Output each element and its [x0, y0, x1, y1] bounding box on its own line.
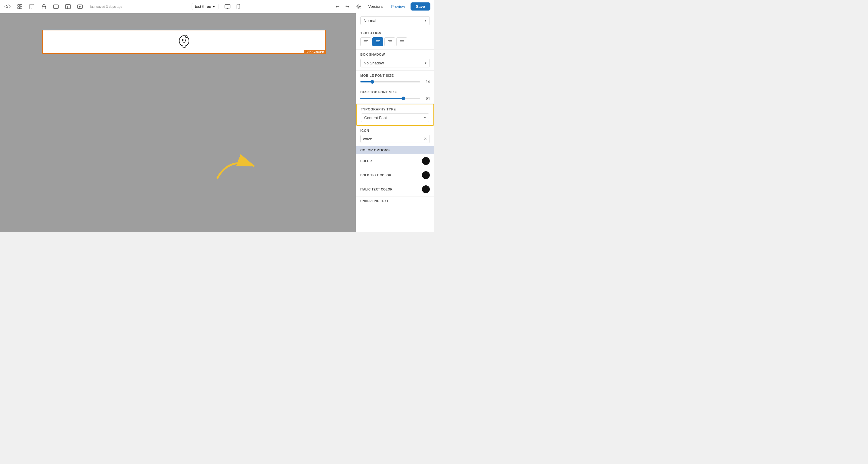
desktop-font-slider-row: 64 — [360, 96, 430, 100]
color-row: COLOR — [356, 154, 434, 168]
svg-point-24 — [185, 39, 186, 40]
right-panel: Normal ▾ TEXT ALIGN — [356, 13, 434, 232]
typography-type-section: Typography Type Content Font ▾ — [356, 104, 434, 126]
svg-rect-3 — [20, 7, 22, 9]
versions-button[interactable]: Versions — [366, 3, 386, 10]
color-swatch[interactable] — [422, 157, 430, 165]
icon-label: Icon — [360, 129, 430, 133]
svg-point-19 — [358, 6, 360, 7]
svg-point-23 — [183, 39, 183, 40]
svg-rect-7 — [54, 5, 58, 8]
settings-icon[interactable] — [354, 2, 363, 11]
layout-icon[interactable] — [64, 2, 72, 11]
icon-field: ✕ — [360, 135, 430, 143]
bold-text-color-row: BOLD TEXT COLOR — [356, 168, 434, 182]
desktop-icon[interactable] — [223, 2, 231, 11]
clear-icon-button[interactable]: ✕ — [424, 137, 427, 141]
icon-section: Icon ✕ — [356, 126, 434, 146]
top-bar-right: ↩ ↪ Versions Preview Save — [334, 2, 431, 11]
italic-text-color-label: ITALIC TEXT COLOR — [360, 188, 393, 191]
svg-point-22 — [184, 39, 186, 40]
mobile-font-value: 14 — [423, 80, 430, 84]
desktop-font-thumb[interactable] — [402, 96, 405, 100]
box-shadow-dropdown[interactable]: No Shadow ▾ — [360, 59, 430, 67]
undo-redo: ↩ ↪ — [334, 2, 351, 11]
device-icons — [223, 2, 242, 11]
svg-point-25 — [185, 35, 187, 37]
svg-marker-13 — [80, 6, 81, 7]
desktop-font-value: 64 — [423, 96, 430, 100]
italic-text-color-swatch[interactable] — [422, 185, 430, 193]
paragraph-element[interactable]: PARAGRAPH — [42, 30, 326, 54]
redo-button[interactable]: ↪ — [343, 2, 351, 11]
svg-point-20 — [179, 35, 189, 46]
mobile-font-label: Mobile Font Size — [360, 74, 430, 77]
arrow-annotation — [211, 151, 259, 181]
svg-rect-14 — [225, 4, 230, 8]
align-left-button[interactable] — [360, 37, 371, 46]
tablet-icon[interactable] — [28, 2, 36, 11]
page-selector[interactable]: test three ▾ — [192, 3, 218, 10]
mobile-icon[interactable] — [234, 2, 242, 11]
save-button[interactable]: Save — [410, 2, 430, 10]
icon-input[interactable] — [363, 137, 424, 141]
toolbar-left: </> — [4, 2, 122, 11]
components-icon[interactable] — [16, 2, 24, 11]
underline-text-row: UNDERLINE TEXT — [356, 197, 434, 206]
desktop-font-fill — [360, 98, 403, 99]
bold-text-color-label: BOLD TEXT COLOR — [360, 174, 391, 177]
typography-type-label: Typography Type — [361, 108, 429, 111]
top-bar-center: test three ▾ — [192, 2, 242, 11]
svg-rect-2 — [18, 7, 20, 9]
underline-text-label: UNDERLINE TEXT — [360, 200, 389, 203]
text-align-label: TEXT ALIGN — [360, 31, 430, 35]
normal-dropdown[interactable]: Normal ▾ — [360, 16, 430, 25]
main-layout: PARAGRAPH Normal ▾ TEXT ALIGN — [0, 13, 434, 232]
lock-icon[interactable] — [40, 2, 48, 11]
color-options-header: Color Options — [356, 146, 434, 154]
normal-value: Normal — [364, 18, 376, 23]
mobile-font-slider-row: 14 — [360, 80, 430, 84]
align-justify-button[interactable] — [396, 37, 407, 46]
align-buttons — [360, 37, 430, 46]
chevron-icon: ▾ — [425, 61, 427, 65]
svg-rect-1 — [20, 4, 22, 6]
mobile-font-track[interactable] — [360, 81, 420, 83]
chevron-down-icon: ▾ — [424, 116, 426, 120]
box-shadow-label: Box Shadow — [360, 53, 430, 56]
svg-point-18 — [238, 8, 239, 9]
svg-point-21 — [182, 39, 183, 40]
mobile-font-thumb[interactable] — [371, 80, 374, 84]
box-shadow-value: No Shadow — [364, 61, 384, 65]
normal-section: Normal ▾ — [356, 13, 434, 28]
paragraph-tag: PARAGRAPH — [304, 50, 326, 54]
code-icon[interactable]: </> — [4, 2, 12, 11]
media-icon[interactable] — [76, 2, 84, 11]
typography-type-dropdown[interactable]: Content Font ▾ — [361, 113, 429, 122]
svg-rect-9 — [66, 4, 70, 9]
waze-icon — [177, 34, 192, 49]
svg-rect-6 — [42, 6, 46, 9]
typography-type-value: Content Font — [364, 116, 387, 120]
browser-icon[interactable] — [52, 2, 60, 11]
color-label: COLOR — [360, 160, 372, 163]
desktop-font-label: Desktop Font Size — [360, 90, 430, 94]
page-name: test three — [195, 4, 211, 9]
canvas-area[interactable]: PARAGRAPH — [0, 13, 356, 232]
svg-rect-0 — [18, 4, 20, 6]
saved-text: last saved 3 days ago — [90, 5, 122, 8]
align-center-button[interactable] — [372, 37, 383, 46]
desktop-font-section: Desktop Font Size 64 — [356, 87, 434, 104]
align-right-button[interactable] — [384, 37, 395, 46]
box-shadow-section: Box Shadow No Shadow ▾ — [356, 50, 434, 71]
mobile-font-section: Mobile Font Size 14 — [356, 71, 434, 87]
italic-text-color-row: ITALIC TEXT COLOR — [356, 182, 434, 197]
desktop-font-track[interactable] — [360, 98, 420, 99]
chevron-down-icon: ▾ — [213, 4, 215, 9]
preview-button[interactable]: Preview — [389, 3, 407, 10]
chevron-icon: ▾ — [425, 19, 427, 23]
text-align-section: TEXT ALIGN — [356, 28, 434, 50]
undo-button[interactable]: ↩ — [334, 2, 342, 11]
svg-point-5 — [32, 8, 32, 9]
bold-text-color-swatch[interactable] — [422, 171, 430, 179]
